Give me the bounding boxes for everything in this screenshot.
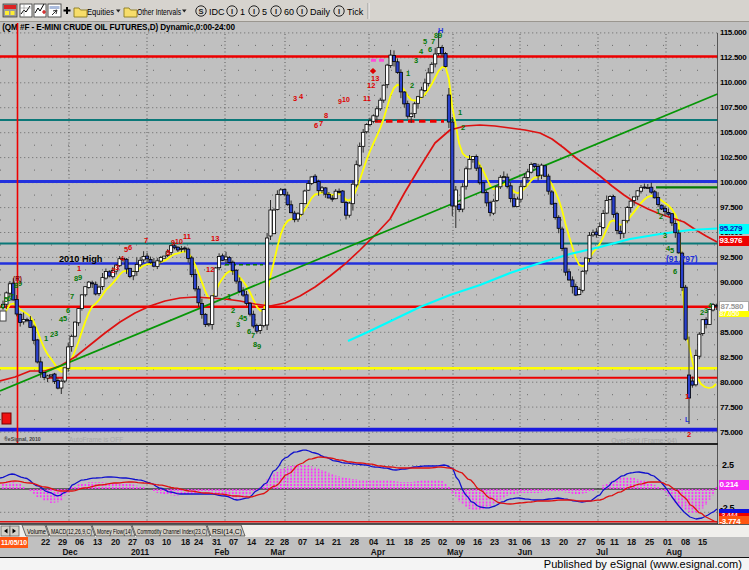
svg-text:I: I — [301, 7, 303, 16]
svg-text:6: 6 — [673, 267, 677, 276]
svg-text:AutoFrame is OFF: AutoFrame is OFF — [69, 436, 123, 443]
svg-text:7: 7 — [319, 119, 323, 128]
svg-text:10: 10 — [342, 96, 350, 103]
svg-text:H: H — [438, 26, 443, 35]
svg-text:1: 1 — [44, 334, 48, 343]
svg-text:2: 2 — [231, 306, 235, 315]
svg-text:1: 1 — [406, 69, 410, 78]
svg-text:9: 9 — [78, 273, 82, 282]
svg-text:2010 High: 2010 High — [59, 254, 103, 264]
svg-text:6: 6 — [66, 306, 70, 315]
svg-text:5: 5 — [243, 314, 247, 323]
svg-text:3: 3 — [414, 56, 418, 65]
svg-text:IDC: IDC — [209, 7, 225, 17]
svg-text:9: 9 — [257, 342, 261, 351]
svg-text:10: 10 — [175, 238, 183, 245]
svg-text:6: 6 — [128, 243, 132, 252]
svg-text:7: 7 — [144, 236, 148, 245]
svg-text:3: 3 — [115, 263, 119, 272]
svg-text:2: 2 — [410, 81, 414, 90]
svg-text:7: 7 — [251, 331, 255, 340]
svg-text:Equities: Equities — [87, 7, 114, 17]
svg-text:Daily: Daily — [310, 7, 331, 17]
svg-text:Other Intervals: Other Intervals — [137, 7, 181, 17]
svg-text:1: 1 — [685, 392, 689, 401]
svg-text:3: 3 — [293, 94, 297, 103]
svg-text:12: 12 — [206, 265, 214, 274]
svg-text:13: 13 — [371, 74, 379, 83]
svg-text:8: 8 — [324, 111, 328, 120]
svg-text:5: 5 — [423, 37, 427, 46]
svg-text:Commodity Channel Index(23,C): Commodity Channel Index(23,C) — [137, 528, 207, 536]
svg-text:1: 1 — [240, 7, 245, 17]
svg-text:Volume: Volume — [27, 528, 46, 535]
svg-text:I: I — [338, 7, 340, 16]
svg-text:3: 3 — [54, 329, 58, 338]
svg-text:(91.797): (91.797) — [666, 254, 698, 264]
svg-text:8: 8 — [166, 248, 170, 257]
svg-text:1: 1 — [227, 292, 231, 301]
svg-text:11: 11 — [183, 232, 191, 241]
svg-text:L: L — [685, 416, 690, 423]
svg-text:MACD(12,26,9,C): MACD(12,26,9,C) — [51, 528, 92, 536]
svg-text:2: 2 — [687, 430, 691, 439]
svg-text:7: 7 — [70, 292, 74, 301]
svg-text:60: 60 — [284, 7, 294, 17]
svg-text:Money Flow(14): Money Flow(14) — [97, 528, 132, 536]
svg-text:5: 5 — [262, 7, 267, 17]
svg-text:2: 2 — [461, 123, 465, 132]
svg-text:I: I — [275, 7, 277, 16]
svg-text:13: 13 — [211, 234, 219, 243]
svg-text:S: S — [198, 7, 203, 16]
svg-text:2: 2 — [659, 212, 663, 221]
svg-text:®eSignal, 2010: ®eSignal, 2010 — [4, 436, 41, 442]
svg-text:11: 11 — [363, 94, 371, 103]
svg-text:6: 6 — [428, 45, 432, 54]
svg-text:1: 1 — [458, 108, 462, 117]
svg-text:Tick: Tick — [347, 7, 364, 17]
svg-text:RSI(14,C): RSI(14,C) — [212, 528, 242, 536]
svg-text:I: I — [253, 7, 255, 16]
svg-text:I: I — [231, 7, 233, 16]
svg-text:6: 6 — [314, 121, 318, 130]
svg-text:(R): (R) — [13, 275, 22, 283]
svg-text:1: 1 — [77, 264, 81, 273]
svg-text:7: 7 — [10, 292, 14, 301]
svg-text:3: 3 — [663, 231, 667, 240]
svg-text:5: 5 — [63, 314, 67, 323]
